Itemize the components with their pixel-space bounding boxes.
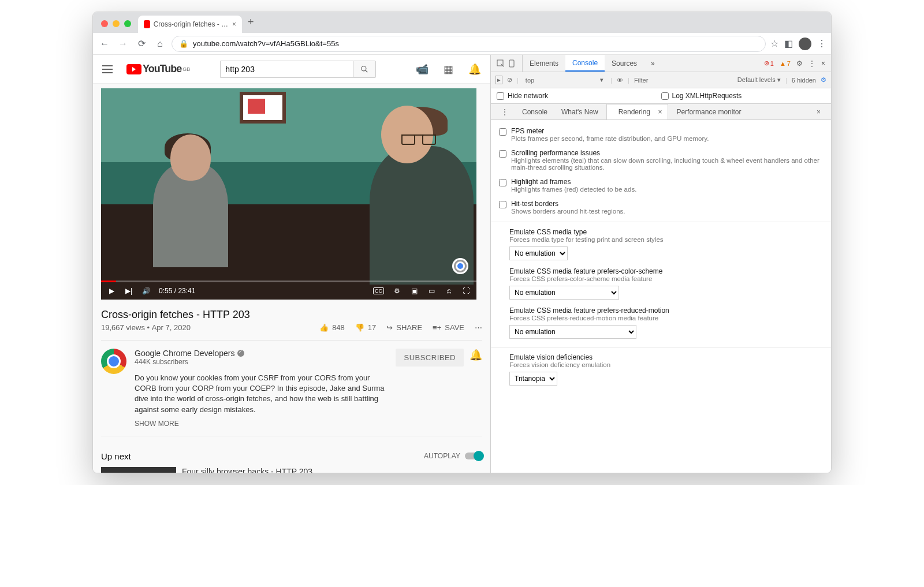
drawer-tab-whatsnew[interactable]: What's New — [556, 104, 604, 119]
save-button[interactable]: ≡+SAVE — [433, 323, 464, 332]
next-thumbnail: Four silly — [101, 467, 176, 473]
close-window-button[interactable] — [101, 20, 108, 27]
fps-meter-option[interactable]: FPS meterPlots frames per second, frame … — [491, 124, 831, 145]
drawer-menu-icon[interactable]: ⋮ — [495, 104, 514, 119]
autoplay-toggle[interactable] — [465, 453, 482, 459]
browser-toolbar: ← → ⟳ ⌂ 🔒 youtube.com/watch?v=vfAHa5GBLi… — [93, 33, 831, 55]
browser-tab[interactable]: Cross-origin fetches - HTTP 2… × — [138, 16, 242, 33]
hide-network-checkbox[interactable]: Hide network — [497, 92, 661, 100]
drawer-close-icon[interactable]: × — [811, 104, 826, 119]
miniplayer-icon[interactable]: ▣ — [409, 287, 419, 295]
cast-icon[interactable]: ⎌ — [444, 287, 453, 295]
log-xhr-checkbox[interactable]: Log XMLHttpRequests — [661, 92, 826, 100]
device-icon[interactable] — [508, 59, 516, 68]
vision-deficiency-select[interactable]: Tritanopia — [509, 372, 557, 386]
drawer-tabs: ⋮ Console What's New Rendering × Perform… — [491, 104, 831, 120]
tab-console[interactable]: Console — [565, 55, 605, 72]
tab-close-icon[interactable]: × — [232, 20, 236, 28]
drawer-tab-rendering[interactable]: Rendering × — [606, 104, 669, 119]
eye-icon[interactable]: 👁 — [617, 77, 623, 84]
forward-button[interactable]: → — [116, 39, 130, 49]
video-description: Do you know your cookies from your CSRF … — [135, 373, 388, 415]
youtube-header: YouTube GB 📹 ▦ 🔔 — [93, 55, 490, 84]
hidden-count: 6 hidden — [792, 77, 816, 84]
show-more-button[interactable]: SHOW MORE — [135, 420, 388, 428]
apps-icon[interactable]: ▦ — [444, 63, 453, 76]
notifications-icon[interactable]: 🔔 — [468, 63, 481, 76]
rendering-panel: FPS meterPlots frames per second, frame … — [491, 120, 831, 394]
menu-icon[interactable]: ⋮ — [817, 38, 826, 49]
next-icon[interactable]: ▶| — [124, 287, 133, 295]
play-icon[interactable]: ▶ — [107, 287, 116, 295]
hamburger-icon[interactable] — [102, 65, 113, 73]
devtools-panel: Elements Console Sources » ⊗ 1 ▲ 7 ⚙ ⋮ ×… — [490, 55, 831, 473]
color-scheme-select[interactable]: No emulation — [509, 286, 619, 300]
lock-icon: 🔒 — [179, 39, 188, 48]
devtools-settings-icon[interactable]: ⚙ — [796, 59, 803, 68]
minimize-window-button[interactable] — [113, 20, 120, 27]
youtube-logo[interactable]: YouTube GB — [126, 63, 190, 75]
tab-elements[interactable]: Elements — [523, 55, 565, 72]
up-next-item[interactable]: Four silly Four silly browser hacks - HT… — [101, 467, 482, 473]
like-button[interactable]: 👍848 — [319, 323, 345, 332]
video-player[interactable]: ▶ ▶| 🔊 0:55 / 23:41 CC ⚙ ▣ ▭ ⎌ ⛶ — [101, 88, 476, 300]
bookmark-icon[interactable]: ☆ — [770, 38, 778, 49]
filter-input[interactable] — [634, 77, 663, 84]
profile-avatar[interactable] — [799, 38, 811, 50]
more-actions-icon[interactable]: ⋯ — [475, 323, 482, 332]
bell-icon[interactable]: 🔔 — [470, 349, 482, 361]
create-icon[interactable]: 📹 — [416, 63, 429, 76]
levels-selector[interactable]: Default levels ▾ — [737, 76, 781, 84]
scrolling-issues-option[interactable]: Scrolling performance issuesHighlights e… — [491, 145, 831, 174]
theater-icon[interactable]: ▭ — [427, 287, 436, 295]
settings-icon[interactable]: ⚙ — [392, 287, 401, 295]
volume-icon[interactable]: 🔊 — [141, 287, 151, 295]
reload-button[interactable]: ⟳ — [135, 38, 148, 49]
channel-name[interactable]: Google Chrome Developers — [135, 349, 388, 358]
reduced-motion-select[interactable]: No emulation — [509, 325, 636, 339]
inspect-icon[interactable] — [497, 59, 505, 68]
video-views: 19,667 views — [101, 323, 145, 332]
drawer-tab-console[interactable]: Console — [516, 104, 553, 119]
media-type-select[interactable]: No emulation — [509, 246, 568, 260]
share-button[interactable]: ↪SHARE — [386, 323, 422, 332]
warning-count[interactable]: ▲ 7 — [780, 60, 791, 67]
chrome-watermark-icon — [452, 258, 468, 274]
new-tab-button[interactable]: + — [242, 16, 260, 33]
home-button[interactable]: ⌂ — [153, 39, 167, 49]
highlight-ads-option[interactable]: Highlight ad framesHighlights frames (re… — [491, 174, 831, 196]
clear-console-icon[interactable]: ⊘ — [507, 76, 512, 84]
console-settings-icon[interactable]: ⚙ — [821, 76, 826, 84]
url-text: youtube.com/watch?v=vfAHa5GBLio&t=55s — [193, 39, 339, 48]
tab-more-icon[interactable]: » — [644, 55, 662, 72]
back-button[interactable]: ← — [98, 39, 111, 49]
channel-avatar[interactable] — [101, 349, 126, 374]
subscribe-button[interactable]: SUBSCRIBED — [396, 349, 464, 367]
devtools-menu-icon[interactable]: ⋮ — [808, 59, 815, 68]
reduced-motion-section: Emulate CSS media feature prefers-reduce… — [491, 304, 831, 343]
console-play-icon[interactable]: ▸ — [495, 76, 502, 84]
subtitles-icon[interactable]: CC — [373, 287, 384, 294]
video-frame — [101, 88, 476, 300]
tab-title: Cross-origin fetches - HTTP 2… — [154, 20, 229, 28]
search-input[interactable] — [220, 61, 353, 78]
extension-icon[interactable]: ◧ — [784, 38, 793, 49]
fullscreen-icon[interactable]: ⛶ — [461, 287, 471, 295]
dislike-button[interactable]: 👎17 — [355, 323, 376, 332]
hit-test-option[interactable]: Hit-test bordersShows borders around hit… — [491, 196, 831, 218]
address-bar[interactable]: 🔒 youtube.com/watch?v=vfAHa5GBLio&t=55s — [172, 36, 766, 52]
tab-sources[interactable]: Sources — [605, 55, 644, 72]
devtools-tabs: Elements Console Sources » ⊗ 1 ▲ 7 ⚙ ⋮ × — [491, 55, 831, 72]
subscriber-count: 444K subscribers — [135, 358, 388, 366]
svg-rect-3 — [509, 60, 514, 67]
error-count[interactable]: ⊗ 1 — [764, 59, 774, 67]
search-form — [220, 61, 376, 78]
devtools-close-icon[interactable]: × — [821, 59, 825, 68]
maximize-window-button[interactable] — [124, 20, 131, 27]
drawer-tab-perfmon[interactable]: Performance monitor — [670, 104, 747, 119]
search-button[interactable] — [353, 61, 376, 78]
context-selector[interactable]: top▾ — [523, 76, 606, 84]
time-display: 0:55 / 23:41 — [159, 287, 195, 295]
page-content: YouTube GB 📹 ▦ 🔔 — [93, 55, 490, 473]
window-controls — [98, 20, 135, 33]
